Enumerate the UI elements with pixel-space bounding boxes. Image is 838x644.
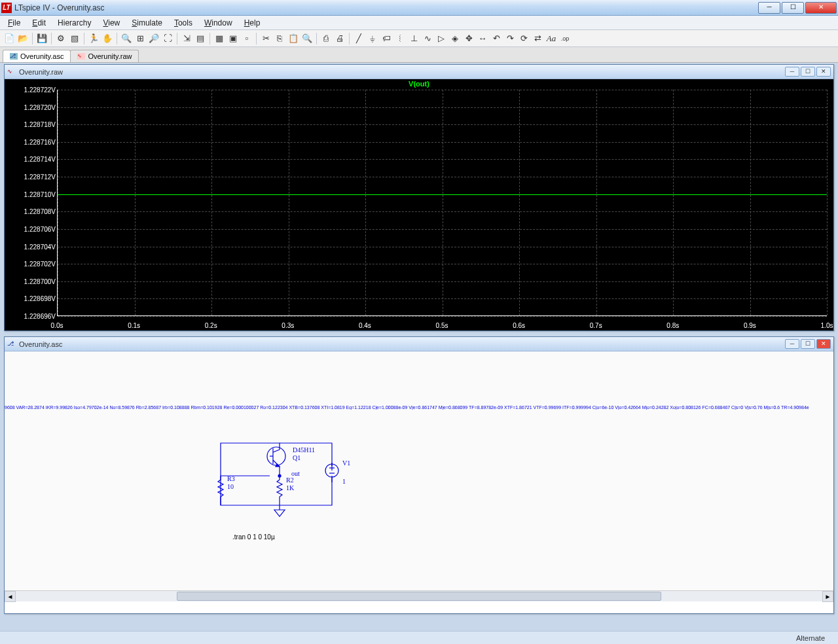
net-out-label: out: [291, 470, 300, 477]
mdi-maximize-button[interactable]: ☐: [801, 339, 815, 349]
mirror-icon[interactable]: ⇄: [531, 32, 544, 45]
workspace: ∿ Overunity.raw ─ ☐ ✕ V(out) 1.228722V1.…: [0, 63, 838, 631]
window-close-button[interactable]: ✕: [805, 2, 837, 14]
y-tick-label: 1.228722V: [24, 86, 56, 94]
toolbar: 📄 📂 💾 ⚙ ▧ 🏃 ✋ 🔍 ⊞ 🔎 ⛶ ⇲ ▤ ▦ ▣ ▫ ✂ ⎘ 📋 🔍 …: [0, 30, 838, 47]
label-net-icon[interactable]: 🏷: [380, 32, 393, 45]
control-panel-icon[interactable]: ⚙: [54, 32, 67, 45]
spice-directive-icon[interactable]: .op: [558, 32, 572, 45]
mdi-minimize-button[interactable]: ─: [785, 339, 799, 349]
q1-name: D45H11: [293, 446, 315, 454]
mdi-minimize-button[interactable]: ─: [785, 67, 799, 77]
r3-ref: R3: [227, 475, 235, 482]
print-setup-icon[interactable]: ⎙: [319, 32, 333, 45]
model-string: 9608 VAR=28.2874 IKR=9.99826 Iso=4.79702…: [5, 405, 833, 410]
y-tick-label: 1.228706V: [24, 225, 56, 232]
status-mode: Alternate: [796, 634, 825, 642]
capacitor-icon[interactable]: ⊥: [407, 32, 420, 45]
tab-overunity-asc[interactable]: ⎇ Overunity.asc: [3, 50, 71, 62]
redo-icon[interactable]: ↷: [503, 32, 517, 45]
mdi-titlebar-asc[interactable]: ⎇ Overunity.asc ─ ☐ ✕: [5, 337, 833, 351]
scroll-left-icon[interactable]: ◄: [5, 591, 16, 602]
window-minimize-button[interactable]: ─: [758, 2, 780, 14]
close-pane-icon[interactable]: ▫: [240, 32, 253, 45]
paste-icon[interactable]: 📋: [287, 32, 300, 45]
tab-label: Overunity.raw: [88, 52, 132, 60]
run-icon[interactable]: 🏃: [87, 32, 100, 45]
zoom-full-icon[interactable]: ⛶: [161, 32, 174, 45]
window-maximize-button[interactable]: ☐: [782, 2, 804, 14]
tab-overunity-raw[interactable]: ∿ Overunity.raw: [70, 50, 139, 62]
mdi-close-button[interactable]: ✕: [816, 339, 831, 349]
window-titlebar: LT LTspice IV - Overunity.asc ─ ☐ ✕: [0, 0, 838, 16]
mdi-schematic: ⎇ Overunity.asc ─ ☐ ✕ 9608 VAR=28.2874 I…: [4, 336, 834, 614]
menu-bar: File Edit Hierarchy View Simulate Tools …: [0, 16, 838, 30]
rotate-icon[interactable]: ⟳: [517, 32, 530, 45]
schematic-canvas[interactable]: 9608 VAR=28.2874 IKR=9.99826 Iso=4.79702…: [5, 351, 833, 601]
app-icon: LT: [1, 3, 12, 13]
menu-help[interactable]: Help: [239, 17, 266, 29]
x-tick-label: 0.5s: [436, 322, 448, 329]
y-tick-label: 1.228702V: [24, 260, 56, 268]
new-schematic-icon[interactable]: 📄: [3, 32, 16, 45]
mdi-titlebar-raw[interactable]: ∿ Overunity.raw ─ ☐ ✕: [5, 65, 833, 79]
menu-hierarchy[interactable]: Hierarchy: [52, 17, 96, 29]
y-tick-label: 1.228718V: [24, 121, 56, 128]
x-tick-label: 1.0s: [821, 322, 833, 329]
y-tick-label: 1.228720V: [24, 103, 56, 111]
waveform-icon: ∿: [7, 68, 16, 76]
waveform-icon: ∿: [77, 53, 85, 60]
scroll-thumb[interactable]: [177, 592, 661, 601]
waveform-plot[interactable]: V(out) 1.228722V1.228720V1.228718V1.2287…: [5, 79, 833, 331]
save-icon[interactable]: 💾: [35, 32, 48, 45]
move-icon[interactable]: ✥: [462, 32, 475, 45]
resistor-icon[interactable]: ⧙: [393, 32, 407, 45]
trace-line: [58, 194, 827, 195]
pan-icon[interactable]: ⊞: [134, 32, 147, 45]
pick-visible-icon[interactable]: ▤: [194, 32, 207, 45]
x-tick-label: 0.0s: [51, 322, 64, 329]
zoom-in-icon[interactable]: 🔍: [120, 32, 133, 45]
text-icon[interactable]: Aa: [545, 32, 558, 45]
cascade-icon[interactable]: ▣: [227, 32, 240, 45]
mdi-close-button[interactable]: ✕: [816, 67, 831, 77]
menu-tools[interactable]: Tools: [169, 17, 198, 29]
horizontal-scrollbar[interactable]: ◄ ►: [5, 590, 833, 601]
v1-val: 1: [342, 478, 346, 485]
halt-icon[interactable]: ✋: [101, 32, 114, 45]
find-icon[interactable]: 🔍: [301, 32, 314, 45]
r3-val: 10: [227, 483, 234, 490]
autorange-icon[interactable]: ⇲: [180, 32, 193, 45]
menu-edit[interactable]: Edit: [27, 17, 51, 29]
ground-icon[interactable]: ⏚: [366, 32, 379, 45]
diode-icon[interactable]: ▷: [435, 32, 448, 45]
mdi-title-text: Overunity.asc: [19, 340, 785, 348]
undo-icon[interactable]: ↶: [490, 32, 503, 45]
drag-icon[interactable]: ↔: [476, 32, 489, 45]
y-tick-label: 1.228710V: [24, 190, 56, 198]
component-icon[interactable]: ◈: [448, 32, 462, 45]
trace-label[interactable]: V(out): [409, 80, 429, 88]
spice-directive[interactable]: .tran 0 1 0 10µ: [232, 533, 275, 541]
scroll-right-icon[interactable]: ►: [822, 591, 833, 602]
menu-window[interactable]: Window: [199, 17, 238, 29]
mdi-maximize-button[interactable]: ☐: [801, 67, 815, 77]
copy-icon[interactable]: ⎘: [273, 32, 286, 45]
zoom-out-icon[interactable]: 🔎: [147, 32, 160, 45]
v1-ref: V1: [342, 459, 350, 467]
open-icon[interactable]: 📂: [16, 32, 29, 45]
window-title: LTspice IV - Overunity.asc: [14, 3, 758, 12]
y-tick-label: 1.228714V: [24, 156, 56, 163]
tile-icon[interactable]: ▦: [213, 32, 226, 45]
inductor-icon[interactable]: ∿: [421, 32, 434, 45]
x-tick-label: 0.6s: [513, 322, 525, 329]
menu-view[interactable]: View: [98, 17, 125, 29]
menu-simulate[interactable]: Simulate: [126, 17, 168, 29]
wire-icon[interactable]: ╱: [352, 32, 365, 45]
menu-file[interactable]: File: [3, 17, 26, 29]
scroll-track[interactable]: [16, 591, 822, 601]
print-icon[interactable]: 🖨: [333, 32, 346, 45]
y-tick-label: 1.228708V: [24, 208, 56, 215]
cut-icon[interactable]: ✂: [259, 32, 272, 45]
sim-pane-icon[interactable]: ▧: [68, 32, 81, 45]
